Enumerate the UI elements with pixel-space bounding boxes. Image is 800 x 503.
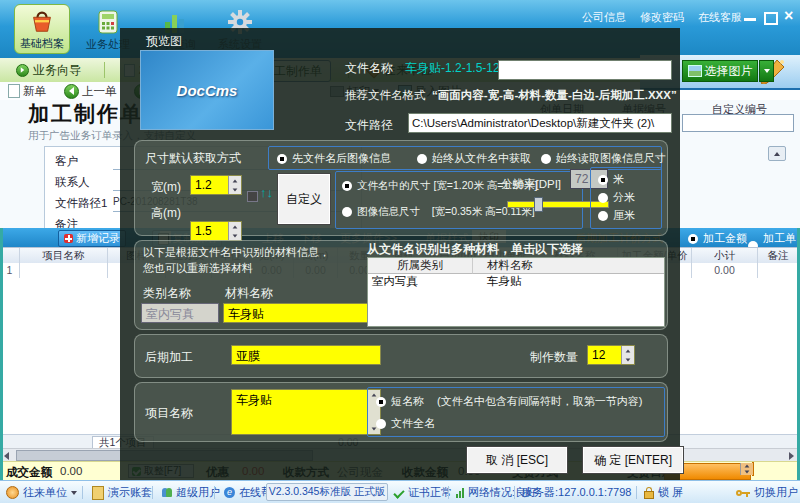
choose-image-dropdown[interactable] <box>759 60 774 82</box>
delivery-date-spinner[interactable] <box>752 462 754 476</box>
spin-down-icon[interactable] <box>626 358 631 361</box>
status-demo-account[interactable]: 演示账套 <box>92 485 152 500</box>
image-icon <box>688 65 702 77</box>
spin-up-icon[interactable] <box>233 225 238 228</box>
name-mode-group: 短名称 (文件名中包含有间隔符时，取第一节内容) 文件全名 <box>367 387 665 437</box>
radio-size-mode-image-always[interactable]: 始终读取图像信息尺寸 <box>541 151 666 166</box>
status-label: 证书正常 <box>408 485 452 500</box>
window-edge-left <box>0 228 3 480</box>
spin-down-icon[interactable] <box>233 188 238 191</box>
swap-arrows-icon[interactable]: ↑↓ <box>260 185 273 200</box>
status-partners-menu[interactable]: 往来单位 <box>6 485 77 500</box>
width-spinner[interactable]: 1.2 <box>190 175 242 195</box>
maximize-button[interactable] <box>764 12 778 25</box>
post-process-input[interactable]: 亚膜 <box>231 345 381 365</box>
spin-down-icon[interactable] <box>233 234 238 237</box>
nav-base-archive[interactable]: 基础档案 <box>14 4 70 54</box>
radio-icon <box>342 181 352 191</box>
spin-up-icon[interactable] <box>233 179 238 182</box>
radio-icon <box>277 154 287 164</box>
grid-cell[interactable] <box>758 263 799 278</box>
status-separator <box>214 486 215 499</box>
category-input[interactable]: 室内写真 <box>141 303 219 323</box>
category-label: 类别名称 <box>143 285 191 302</box>
dropdown-icon <box>71 491 77 495</box>
material-input-value: 车身贴 <box>228 307 264 321</box>
spin-up-icon[interactable] <box>745 464 750 467</box>
status-server: 服务器:127.0.0.1:7798 <box>522 485 631 500</box>
link-change-password[interactable]: 修改密码 <box>640 10 684 25</box>
slider-thumb[interactable] <box>534 197 543 212</box>
file-path-input[interactable]: C:\Users\Administrator\Desktop\新建文件夹 (2)… <box>408 113 672 133</box>
spin-up-icon[interactable] <box>626 349 631 352</box>
grid-column-header[interactable] <box>0 248 20 263</box>
lock-screen-button[interactable]: 锁 屏 <box>644 485 683 500</box>
status-label: 演示账套 <box>108 485 152 500</box>
quantity-spinner[interactable]: 12 <box>587 345 635 365</box>
radio-unit-centimeter[interactable]: 厘米 <box>598 208 635 223</box>
choose-image-button[interactable]: 选择图片 <box>682 60 758 82</box>
column-category[interactable]: 所属类别 <box>368 258 473 274</box>
grid-cell[interactable]: 0.00 <box>692 263 758 278</box>
dropdown-icon <box>764 69 770 73</box>
recommend-value: “画面内容-宽-高-材料-数量-白边-后期加工.XXX” <box>432 88 677 103</box>
close-button[interactable]: × <box>784 8 793 24</box>
grid-cell[interactable]: 1 <box>0 263 20 278</box>
file-name-input[interactable] <box>498 60 672 80</box>
radio-icon <box>376 419 386 429</box>
new-order-button[interactable]: 新单 <box>8 83 46 99</box>
status-super-user[interactable]: 超级用户 <box>162 485 220 500</box>
button-label: 选择图片 <box>705 63 753 80</box>
radio-short-name[interactable]: 短名称 (文件名中包含有间隔符时，取第一节内容) <box>376 394 642 409</box>
spin-down-icon[interactable] <box>745 470 750 473</box>
material-note-1: 以下是根据文件名中识别的材料信息， <box>143 245 330 260</box>
radio-unit-decimeter[interactable]: 分米 <box>598 190 635 205</box>
status-label: 锁 屏 <box>658 485 683 500</box>
cancel-button[interactable]: 取 消 [ESC] <box>466 446 568 474</box>
collapse-button[interactable] <box>768 146 786 161</box>
grid-column-header[interactable]: 项目名称 <box>20 248 108 263</box>
cell-material: 车身贴 <box>473 274 664 290</box>
material-table-row[interactable]: 室内写真 车身贴 <box>368 274 664 290</box>
link-company-info[interactable]: 公司信息 <box>582 10 626 25</box>
switch-user-button[interactable]: 切换用户 <box>736 485 798 500</box>
status-label: 服务器:127.0.0.1:7798 <box>522 485 631 500</box>
tab-business-wizard[interactable]: 业务向导 <box>8 60 89 80</box>
radio-unit-meter[interactable]: 米 <box>598 172 624 187</box>
filepath-label: 文件路径1 <box>45 196 113 211</box>
deal-amount-value[interactable]: 0.00 <box>60 465 82 477</box>
column-material[interactable]: 材料名称 <box>473 258 664 274</box>
cert-check-icon <box>393 487 404 498</box>
radio-size-mode-filename-always[interactable]: 始终从文件名中获取 <box>417 151 531 166</box>
prev-order-button[interactable]: 上一单 <box>64 83 117 99</box>
radio-icon <box>541 154 551 164</box>
radio-dim-from-image[interactable]: 图像信息尺寸 [宽=0.35米 高=0.11米] <box>342 205 535 219</box>
grid-column-header[interactable]: 小计 <box>692 248 758 263</box>
radio-size-mode-filename-first[interactable]: 先文件名后图像信息 <box>277 151 391 166</box>
height-label: 高(m) <box>151 205 181 222</box>
swap-checkbox[interactable] <box>247 191 258 202</box>
grid-column-header[interactable]: 备注 <box>758 248 799 263</box>
file-name-label: 文件名称 <box>345 60 393 77</box>
globe-icon: e <box>224 487 235 498</box>
ok-button[interactable]: 确 定 [ENTER] <box>582 446 684 474</box>
custom-no-input[interactable] <box>682 114 794 132</box>
project-name-textarea[interactable]: 车身贴 <box>231 389 381 435</box>
add-record-button[interactable]: 新增记录 <box>58 230 126 247</box>
grid-cell[interactable] <box>20 263 108 278</box>
file-import-dialog: 预览图 DocCms 文件名称 车身贴-1.2-1.5-12张-亚膜.jpg 选… <box>120 28 680 480</box>
link-online-service[interactable]: 在线客服 <box>698 10 742 25</box>
custom-size-button[interactable]: 自定义 <box>277 173 331 225</box>
recommend-label: 推荐文件名格式 <box>345 88 426 103</box>
radio-icon <box>598 175 608 185</box>
radio-full-name[interactable]: 文件全名 <box>376 416 435 431</box>
quantity-label: 制作数量 <box>530 349 578 366</box>
scroll-right-icon[interactable] <box>789 452 794 460</box>
minimize-button[interactable] <box>744 18 756 21</box>
radio-icon <box>342 207 352 217</box>
radio-icon <box>598 211 608 221</box>
wizard-icon <box>16 64 29 77</box>
height-spinner[interactable]: 1.5 <box>190 221 242 241</box>
scroll-left-icon[interactable] <box>4 452 9 460</box>
radio-process-amount[interactable]: 加工金额 <box>688 231 747 246</box>
